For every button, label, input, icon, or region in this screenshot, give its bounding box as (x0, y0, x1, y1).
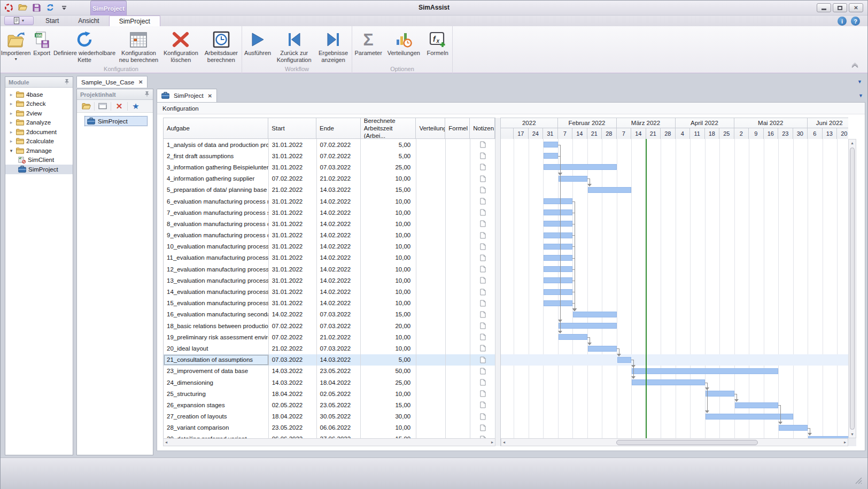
cell-task[interactable]: 28_variant comparison (164, 422, 269, 433)
cell-hours[interactable]: 10,00 (361, 207, 416, 218)
table-row-task-4[interactable]: 4_information gathering supplier07.02.20… (164, 173, 495, 184)
cell-end[interactable]: 14.02.2022 (317, 275, 361, 286)
module-tree-item-2document[interactable]: ▸2document (5, 127, 73, 137)
cell-end[interactable]: 07.03.2022 (317, 309, 361, 320)
cell-end[interactable]: 06.06.2022 (317, 422, 361, 433)
cell-hours[interactable]: 15,00 (361, 433, 416, 438)
cell-start[interactable]: 14.03.2022 (269, 377, 317, 388)
cell-distribution[interactable] (416, 343, 446, 354)
cell-end[interactable]: 14.02.2022 (317, 218, 361, 229)
note-icon[interactable] (480, 141, 486, 148)
cell-start[interactable]: 31.01.2022 (269, 196, 317, 207)
cell-start[interactable]: 14.02.2022 (269, 309, 317, 320)
cell-notes[interactable] (470, 252, 495, 263)
cell-start[interactable]: 14.03.2022 (269, 366, 317, 377)
note-icon[interactable] (480, 401, 486, 408)
gantt-bar-task-27[interactable] (706, 414, 793, 420)
cell-task[interactable]: 4_information gathering supplier (164, 173, 269, 184)
maximize-button[interactable] (833, 3, 847, 12)
ribbon-button-skip-back[interactable]: Zurück zur Konfiguration (273, 28, 315, 65)
cell-notes[interactable] (470, 150, 495, 161)
cell-distribution[interactable] (416, 184, 446, 196)
table-row-task-29[interactable]: 29_detailing preferred variant06.06.2022… (164, 433, 495, 438)
cell-notes[interactable] (470, 286, 495, 297)
collapse-ribbon-icon[interactable] (851, 61, 859, 71)
table-row-task-20[interactable]: 20_ideal layout21.02.202207.03.202210,00 (164, 343, 495, 354)
cell-end[interactable]: 14.02.2022 (317, 252, 361, 263)
table-row-task-5[interactable]: 5_preparation of data/ planning base21.0… (164, 184, 495, 196)
note-icon[interactable] (480, 187, 486, 193)
module-tree-item-2view[interactable]: ▸2view (5, 108, 73, 118)
cell-notes[interactable] (470, 433, 495, 438)
cell-hours[interactable]: 10,00 (361, 331, 416, 343)
cell-hours[interactable]: 10,00 (361, 298, 416, 309)
note-icon[interactable] (480, 254, 486, 261)
gantt-bar-task-29[interactable] (808, 436, 848, 438)
table-row-task-15[interactable]: 15_evaluation manufacturing process ...3… (164, 298, 495, 309)
close-button[interactable]: ✕ (849, 3, 863, 12)
cell-formula[interactable] (446, 218, 470, 229)
note-icon[interactable] (480, 164, 486, 170)
cell-hours[interactable]: 10,00 (361, 218, 416, 229)
gantt-bar-task-3[interactable] (544, 164, 617, 170)
cell-start[interactable]: 18.04.2022 (269, 411, 317, 422)
cell-start[interactable]: 07.02.2022 (269, 320, 317, 331)
cell-start[interactable]: 31.01.2022 (269, 218, 317, 229)
note-icon[interactable] (480, 368, 486, 375)
cell-end[interactable]: 18.04.2022 (317, 377, 361, 388)
note-icon[interactable] (480, 152, 486, 159)
cell-end[interactable]: 21.02.2022 (317, 173, 361, 184)
cell-start[interactable]: 07.02.2022 (269, 331, 317, 343)
cell-end[interactable]: 02.05.2022 (317, 388, 361, 399)
ribbon-button-import-folder[interactable]: Importieren▼ (1, 28, 31, 65)
cell-start[interactable]: 23.05.2022 (269, 422, 317, 433)
cell-formula[interactable] (446, 150, 470, 161)
ribbon-button-fx-add[interactable]: fxFormeln (423, 28, 452, 65)
ribbon-button-sigma[interactable]: ΣParameter (352, 28, 384, 65)
gantt-bar-task-12[interactable] (544, 266, 572, 272)
collapse-icon[interactable]: ▾ (9, 148, 14, 153)
cell-hours[interactable]: 15,00 (361, 184, 416, 196)
cell-start[interactable]: 02.05.2022 (269, 399, 317, 410)
cell-end[interactable]: 14.02.2022 (317, 286, 361, 297)
cell-notes[interactable] (470, 354, 495, 366)
cell-start[interactable]: 31.01.2022 (269, 139, 317, 150)
cell-distribution[interactable] (416, 411, 446, 422)
module-tree-item-2check[interactable]: ▸2check (5, 99, 73, 109)
expand-icon[interactable]: ▸ (9, 138, 14, 144)
gantt-bar-task-9[interactable] (544, 232, 572, 238)
cell-task[interactable]: 10_evaluation manufacturing process ... (164, 241, 269, 252)
cell-distribution[interactable] (416, 309, 446, 320)
contextual-tab-header[interactable]: SimProject (90, 1, 127, 15)
gantt-bar-task-5[interactable] (588, 187, 632, 193)
cell-formula[interactable] (446, 399, 470, 410)
cell-start[interactable]: 31.01.2022 (269, 150, 317, 161)
cell-task[interactable]: 19_preliminary risk assessment enviro... (164, 331, 269, 343)
gantt-bar-task-15[interactable] (544, 300, 572, 306)
cell-distribution[interactable] (416, 252, 446, 263)
scroll-left-icon[interactable]: ◂ (165, 440, 167, 445)
cell-distribution[interactable] (416, 263, 446, 275)
cell-notes[interactable] (470, 399, 495, 410)
note-icon[interactable] (480, 413, 486, 420)
column-header[interactable]: Aufgabe (164, 118, 268, 138)
table-row-task-24[interactable]: 24_dimensioning14.03.202218.04.202225,00 (164, 377, 495, 388)
table-row-task-12[interactable]: 12_evaluation manufacturing process ...3… (164, 263, 495, 275)
cell-distribution[interactable] (416, 286, 446, 297)
cell-start[interactable]: 31.01.2022 (269, 286, 317, 297)
save-icon[interactable] (32, 3, 41, 12)
cell-notes[interactable] (470, 207, 495, 218)
table-row-task-19[interactable]: 19_preliminary risk assessment enviro...… (164, 331, 495, 343)
cell-task[interactable]: 21_consultation of assumptions (164, 354, 269, 366)
help-icon[interactable]: ? (851, 17, 860, 26)
cell-distribution[interactable] (416, 275, 446, 286)
note-icon[interactable] (480, 424, 486, 431)
cell-notes[interactable] (470, 411, 495, 422)
cell-task[interactable]: 9_evaluation manufacturing process q... (164, 230, 269, 241)
cell-formula[interactable] (446, 275, 470, 286)
table-row-task-9[interactable]: 9_evaluation manufacturing process q...3… (164, 230, 495, 241)
cell-formula[interactable] (446, 320, 470, 331)
tab-close-icon[interactable]: ✕ (138, 79, 143, 85)
expand-icon[interactable]: ▸ (9, 101, 14, 106)
ribbon-tab-start[interactable]: Start (36, 15, 68, 26)
